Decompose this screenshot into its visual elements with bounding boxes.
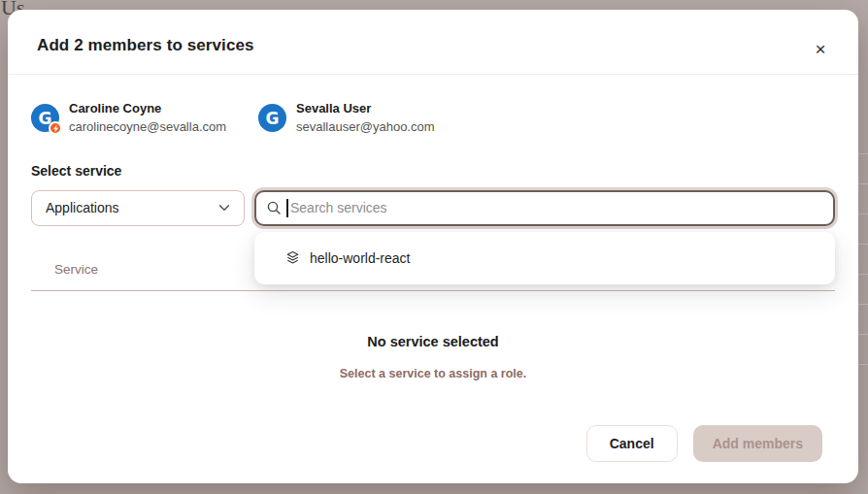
add-members-button[interactable]: Add members <box>693 425 822 462</box>
service-type-value: Applications <box>46 200 119 215</box>
member-email: carolinecoyne@sevalla.com <box>69 118 226 137</box>
member-item: G Sevalla User sevallauser@yahoo.com <box>258 100 485 137</box>
text-cursor <box>286 199 288 217</box>
member-name: Sevalla User <box>296 100 435 118</box>
avatar: G <box>258 104 286 132</box>
empty-state-title: No service selected <box>31 334 835 349</box>
member-texts: Caroline Coyne carolinecoyne@sevalla.com <box>69 100 226 137</box>
service-result-name: hello-world-react <box>310 250 410 266</box>
member-name: Caroline Coyne <box>69 100 226 118</box>
modal-title: Add 2 members to services <box>37 36 829 55</box>
empty-state-subtitle: Select a service to assign a role. <box>31 367 835 380</box>
selector-row: Applications hello-world-react <box>31 190 835 226</box>
search-services-input[interactable] <box>254 190 835 226</box>
modal-header: Add 2 members to services × <box>8 10 858 75</box>
members-row: G Caroline Coyne carolinecoyne@sevalla.c… <box>31 100 835 137</box>
search-results-panel: hello-world-react <box>254 232 835 284</box>
select-service-label: Select service <box>31 163 835 179</box>
alert-badge-icon <box>49 121 62 135</box>
member-item: G Caroline Coyne carolinecoyne@sevalla.c… <box>31 100 258 137</box>
close-icon[interactable]: × <box>808 37 833 62</box>
avatar: G <box>31 104 59 132</box>
search-field: hello-world-react <box>254 190 835 226</box>
layers-icon <box>285 250 300 265</box>
add-members-modal: Add 2 members to services × G Caroline C… <box>8 10 858 483</box>
modal-body: G Caroline Coyne carolinecoyne@sevalla.c… <box>8 75 858 380</box>
service-result-item[interactable]: hello-world-react <box>254 238 835 279</box>
search-icon <box>266 200 282 215</box>
service-type-select[interactable]: Applications <box>31 190 245 226</box>
cancel-button[interactable]: Cancel <box>586 425 678 462</box>
member-texts: Sevalla User sevallauser@yahoo.com <box>296 100 435 137</box>
modal-footer: Cancel Add members <box>8 425 858 483</box>
sevalla-logo-icon: G <box>258 104 286 132</box>
empty-state: No service selected Select a service to … <box>31 291 835 380</box>
member-email: sevallauser@yahoo.com <box>296 118 435 137</box>
chevron-down-icon <box>218 204 230 212</box>
